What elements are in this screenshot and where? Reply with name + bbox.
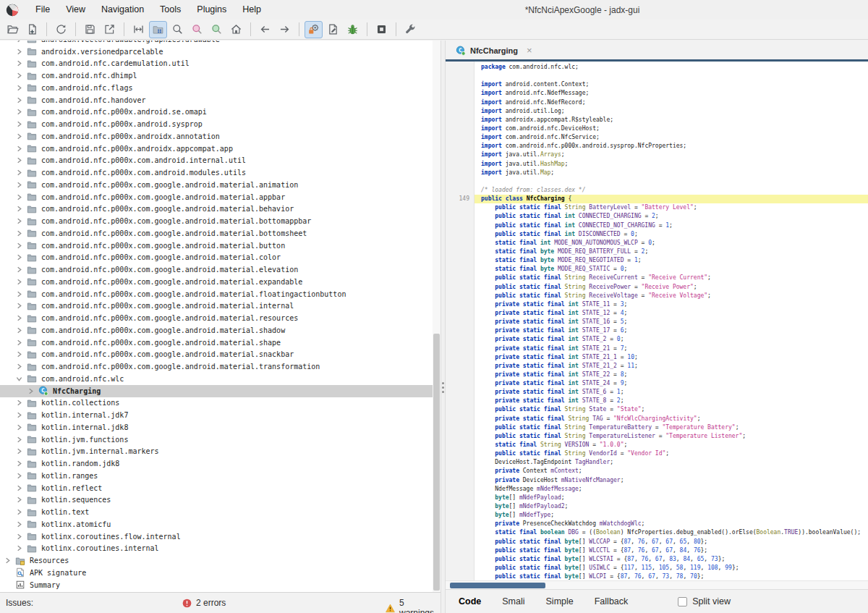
- tree-expand-chevron-icon[interactable]: [16, 315, 25, 321]
- tree-expand-chevron-icon[interactable]: [16, 97, 25, 103]
- tree-expand-chevron-icon[interactable]: [27, 388, 36, 394]
- tree-expand-chevron-icon[interactable]: [16, 121, 25, 127]
- tree-expand-chevron-icon[interactable]: [16, 436, 25, 443]
- tree-expand-chevron-icon[interactable]: [16, 485, 25, 491]
- tree-expand-chevron-icon[interactable]: [16, 291, 25, 297]
- quark-analysis-button[interactable]: [373, 21, 391, 38]
- tree-expand-chevron-icon[interactable]: [16, 169, 25, 176]
- tree-item[interactable]: com.android.nfc.flags: [0, 82, 441, 94]
- menu-help[interactable]: Help: [234, 0, 269, 20]
- tree-expand-chevron-icon[interactable]: [16, 448, 25, 455]
- tree-expand-chevron-icon[interactable]: [16, 133, 25, 140]
- tree-expand-chevron-icon[interactable]: [16, 412, 25, 418]
- view-tab-fallback[interactable]: Fallback: [593, 595, 630, 608]
- debugger-button[interactable]: [344, 21, 362, 38]
- tree-item[interactable]: com.android.nfc.p000x.com.google.android…: [0, 252, 441, 264]
- open-file-button[interactable]: [4, 21, 22, 38]
- tree-item[interactable]: APK signature: [0, 567, 441, 579]
- back-button[interactable]: [256, 21, 274, 38]
- tree-item[interactable]: CNfcCharging: [0, 385, 441, 397]
- tree-item[interactable]: kotlin.text: [0, 506, 441, 518]
- menu-file[interactable]: File: [27, 0, 58, 20]
- comment-search-button[interactable]: [208, 21, 226, 38]
- tree-item[interactable]: kotlin.collections: [0, 397, 441, 410]
- tree-item[interactable]: com.android.nfc.wlc: [0, 373, 441, 385]
- tree-item[interactable]: com.android.nfc.p000x.com.google.android…: [0, 300, 441, 313]
- tree-expand-chevron-icon[interactable]: [16, 279, 25, 285]
- code-hscrollbar-thumb[interactable]: [450, 583, 545, 588]
- tree-expand-chevron-icon[interactable]: [16, 60, 25, 67]
- tree-item[interactable]: com.android.nfc.p000x.androidx.annotatio…: [0, 130, 441, 143]
- tree-item[interactable]: kotlinx.coroutines.internal: [0, 543, 441, 555]
- tree-item[interactable]: com.android.nfc.p000x.com.google.android…: [0, 203, 441, 216]
- tab-nfccharging[interactable]: C NfcCharging ×: [450, 41, 540, 59]
- tree-item[interactable]: kotlin.internal.jdk7: [0, 409, 441, 421]
- tree-item[interactable]: com.android.nfc.p000x.com.google.android…: [0, 263, 441, 276]
- tree-item[interactable]: com.android.nfc.dhimpl: [0, 69, 441, 82]
- view-tab-smali[interactable]: Smali: [501, 595, 526, 608]
- menu-view[interactable]: View: [58, 0, 93, 20]
- code-editor[interactable]: package com.android.nfc.wlc;import andro…: [446, 62, 868, 580]
- tree-item[interactable]: com.android.nfc.p000x.com.google.android…: [0, 191, 441, 203]
- tree-expand-chevron-icon[interactable]: [16, 206, 25, 212]
- tree-expand-chevron-icon[interactable]: [16, 48, 25, 55]
- forward-button[interactable]: [276, 21, 294, 38]
- tree-expand-chevron-icon[interactable]: [16, 339, 25, 346]
- menu-navigation[interactable]: Navigation: [93, 0, 152, 20]
- tab-close-icon[interactable]: ×: [527, 46, 532, 55]
- tree-item[interactable]: com.android.nfc.p000x.com.google.android…: [0, 227, 441, 240]
- tree-item[interactable]: kotlin.jvm.functions: [0, 434, 441, 446]
- tree-expand-chevron-icon[interactable]: [16, 230, 25, 237]
- reload-button[interactable]: [52, 21, 70, 38]
- code-hscrollbar[interactable]: [446, 580, 868, 589]
- tree-item[interactable]: kotlin.internal.jdk8: [0, 421, 441, 434]
- flat-packages-button[interactable]: [129, 21, 148, 38]
- tree-item[interactable]: kotlin.reflect: [0, 482, 441, 494]
- tree-item[interactable]: com.android.nfc.p000x.com.google.android…: [0, 312, 441, 324]
- inline-methods-button[interactable]: [324, 21, 342, 38]
- sync-with-editor-button[interactable]: [149, 21, 167, 38]
- tree-expand-chevron-icon[interactable]: [16, 496, 25, 503]
- tree-expand-chevron-icon[interactable]: [16, 145, 25, 152]
- menu-plugins[interactable]: Plugins: [189, 0, 234, 20]
- tree-expand-chevron-icon[interactable]: [4, 557, 13, 564]
- deobfuscation-button[interactable]: [305, 21, 323, 38]
- tree-expand-chevron-icon[interactable]: [16, 194, 25, 200]
- tree-expand-chevron-icon[interactable]: [16, 327, 25, 334]
- tree-item[interactable]: com.android.nfc.p000x.com.google.android…: [0, 337, 441, 349]
- tree-item[interactable]: com.android.nfc.p000x.com.google.android…: [0, 276, 441, 288]
- tree-item[interactable]: com.android.nfc.p000x.com.google.android…: [0, 215, 441, 227]
- tree-item[interactable]: kotlinx.coroutines.flow.internal: [0, 530, 441, 543]
- tree-item[interactable]: androidx.versionedparcelable: [0, 46, 441, 58]
- tree-item[interactable]: Resources: [0, 554, 441, 567]
- tree-expand-chevron-icon[interactable]: [16, 363, 25, 370]
- tree-expand-chevron-icon[interactable]: [16, 533, 25, 540]
- tree-expand-chevron-icon[interactable]: [16, 266, 25, 273]
- tree-expand-chevron-icon[interactable]: [16, 218, 25, 224]
- tree-expand-chevron-icon[interactable]: [16, 303, 25, 309]
- tree-expand-chevron-icon[interactable]: [16, 545, 25, 551]
- tree-item[interactable]: com.android.nfc.p000x.com.google.android…: [0, 288, 441, 300]
- tree-item[interactable]: kotlin.random.jdk8: [0, 457, 441, 470]
- tree-expand-chevron-icon[interactable]: [16, 242, 25, 249]
- tree-expand-chevron-icon[interactable]: [16, 424, 25, 431]
- tree-expand-chevron-icon[interactable]: [16, 41, 25, 43]
- tree-item[interactable]: kotlinx.atomicfu: [0, 518, 441, 530]
- tree-expand-chevron-icon[interactable]: [16, 109, 25, 115]
- tree-item[interactable]: com.android.nfc.handover: [0, 94, 441, 106]
- tree-item[interactable]: com.android.nfc.cardemulation.util: [0, 58, 441, 70]
- go-to-main-activity-button[interactable]: [227, 21, 245, 38]
- text-search-button[interactable]: [169, 21, 187, 38]
- tree-item[interactable]: kotlin.jvm.internal.markers: [0, 446, 441, 458]
- tree-item[interactable]: com.android.nfc.p000x.androidx.appcompat…: [0, 143, 441, 155]
- tree-expand-chevron-icon[interactable]: [16, 351, 25, 358]
- view-tab-simple[interactable]: Simple: [545, 595, 575, 608]
- tree-item[interactable]: kotlin.ranges: [0, 470, 441, 482]
- preferences-button[interactable]: [401, 21, 420, 38]
- tree-expand-chevron-icon[interactable]: [16, 521, 25, 528]
- save-all-button[interactable]: [81, 21, 99, 38]
- tree-item[interactable]: com.android.nfc.p000x.com.android.module…: [0, 166, 441, 179]
- add-files-button[interactable]: [23, 21, 41, 38]
- tree-item[interactable]: com.android.nfc.p000x.com.android.intern…: [0, 155, 441, 167]
- tree-item[interactable]: com.android.nfc.p000x.com.google.android…: [0, 240, 441, 252]
